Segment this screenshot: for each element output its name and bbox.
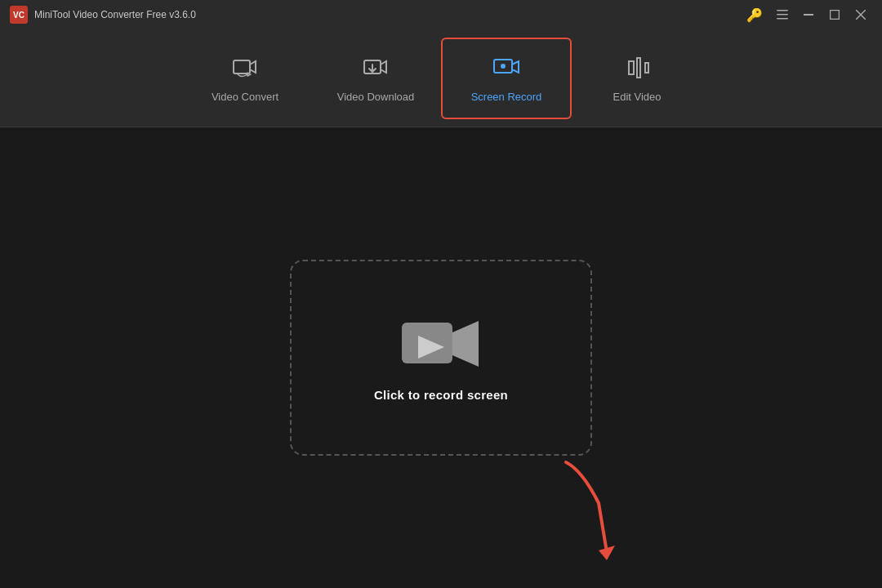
title-bar: VC MiniTool Video Converter Free v3.6.0 … bbox=[0, 0, 882, 29]
svg-rect-3 bbox=[804, 14, 813, 16]
record-camera-icon bbox=[400, 314, 482, 373]
maximize-button[interactable] bbox=[823, 5, 846, 24]
hamburger-button[interactable] bbox=[771, 5, 794, 24]
video-download-icon bbox=[361, 53, 390, 82]
title-bar-left: VC MiniTool Video Converter Free v3.6.0 bbox=[10, 6, 196, 24]
nav-item-screen-record[interactable]: Screen Record bbox=[441, 38, 572, 119]
screen-record-icon bbox=[492, 53, 521, 82]
key-icon: 🔑 bbox=[746, 7, 763, 23]
record-area[interactable]: Click to record screen bbox=[290, 260, 592, 456]
svg-rect-1 bbox=[777, 14, 788, 16]
nav-label-video-download: Video Download bbox=[337, 91, 414, 103]
app-title: MiniTool Video Converter Free v3.6.0 bbox=[34, 9, 196, 20]
nav-label-video-convert: Video Convert bbox=[212, 91, 278, 103]
title-bar-controls: 🔑 bbox=[746, 5, 872, 24]
arrow-annotation bbox=[558, 454, 672, 560]
edit-video-icon bbox=[622, 53, 652, 82]
nav-item-video-download[interactable]: Video Download bbox=[310, 38, 441, 119]
svg-rect-7 bbox=[234, 60, 250, 74]
nav-label-edit-video: Edit Video bbox=[612, 91, 661, 103]
svg-rect-0 bbox=[777, 10, 788, 11]
nav-item-video-convert[interactable]: Video Convert bbox=[180, 38, 310, 119]
svg-rect-4 bbox=[831, 11, 840, 20]
camera-icon-wrap bbox=[400, 314, 482, 373]
minimize-button[interactable] bbox=[797, 5, 820, 24]
nav-item-edit-video[interactable]: Edit Video bbox=[572, 38, 702, 119]
close-button[interactable] bbox=[849, 5, 872, 24]
nav-label-screen-record: Screen Record bbox=[471, 91, 542, 103]
main-content: Click to record screen bbox=[0, 127, 882, 588]
click-to-record-label: Click to record screen bbox=[374, 388, 508, 402]
nav-bar: Video Convert Video Download Screen Reco… bbox=[0, 29, 882, 127]
app-logo: VC bbox=[10, 6, 28, 24]
svg-rect-2 bbox=[777, 18, 788, 20]
video-convert-icon bbox=[230, 53, 260, 82]
svg-point-11 bbox=[501, 64, 506, 69]
svg-marker-14 bbox=[599, 546, 615, 560]
